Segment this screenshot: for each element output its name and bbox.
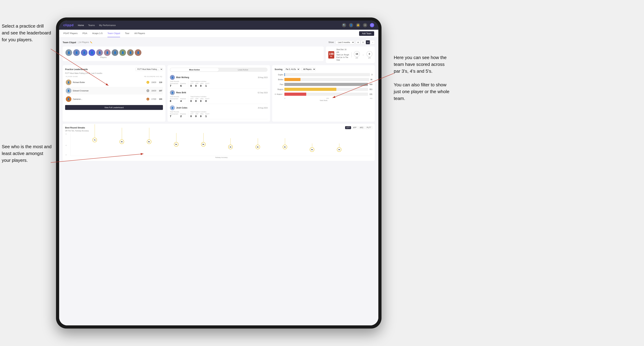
bar-value-bogeys: 311 xyxy=(370,88,372,90)
y-axis-mid: 4 xyxy=(66,145,66,146)
tournament-label-2: Tournament xyxy=(170,98,178,100)
y-axis-bot: 2 xyxy=(66,154,66,156)
scoring-bar-chart: Eagles 3 Birdies 96 xyxy=(274,73,372,96)
streak-dot-6x-1: 6x xyxy=(122,128,122,142)
bar-row-eagles: Eagles 3 xyxy=(274,73,372,76)
players-card: 👤 👤 👤 👤 👤 👤 👤 👤 👤 👤 xyxy=(63,46,324,61)
axis-400: 400 xyxy=(370,98,372,99)
scoring-card: Scoring Par 3, 4 & 5s All Players Eagles xyxy=(272,65,375,122)
detail-view-icon[interactable]: ⊟ xyxy=(366,40,370,44)
view-full-leaderboard-button[interactable]: View Full Leaderboard xyxy=(65,105,163,110)
shot-yds-label-1: yds xyxy=(356,57,358,59)
sort-icon[interactable]: ↕ xyxy=(371,40,375,44)
player-avatar-3[interactable]: 👤 xyxy=(81,49,88,56)
shot-divider xyxy=(352,52,352,57)
players-label: Players xyxy=(100,56,107,58)
chart-axis-title: Total Shots xyxy=(274,100,372,101)
streak-dot-4x-1: 4x xyxy=(230,138,231,147)
player-avatar-5[interactable]: 👤 xyxy=(96,49,103,56)
players-filter-select[interactable]: All Players xyxy=(301,68,316,71)
total-rounds-label-2: Total Rounds xyxy=(170,96,186,98)
player-avatar-1[interactable]: 👤 xyxy=(66,49,72,56)
lb-avatar-1: 👤 xyxy=(66,79,72,85)
search-icon[interactable]: 🔍 xyxy=(342,23,346,27)
shot-arrow: → xyxy=(362,53,364,56)
sub-nav: PGAT Players PGA Hcaps 1-5 Team Clippd T… xyxy=(59,30,378,37)
lb-avg-1: 110 xyxy=(159,81,162,83)
toggle-least-active[interactable]: Least Active xyxy=(219,68,267,71)
shot-circle-end: 0 xyxy=(366,51,372,57)
streaks-subtitle: Off The Tee, Fairway Accuracy xyxy=(65,130,372,132)
bar-row-pars: Pars 499 xyxy=(274,83,372,86)
add-team-button[interactable]: Add Team xyxy=(359,31,374,36)
activity-toggle-bar: Most Active Least Active xyxy=(170,68,268,72)
tournament-val-3: 7 xyxy=(170,115,178,118)
streak-filter-app[interactable]: APP xyxy=(352,126,358,129)
player-avatar-7[interactable]: 👤 xyxy=(112,49,118,56)
player-avatar-2[interactable]: 👤 xyxy=(73,49,80,56)
profile-icon[interactable]: U xyxy=(370,23,374,27)
bar-value-birdies: 96 xyxy=(370,79,372,81)
tournament-label-1: Tournament xyxy=(170,83,178,84)
subnav-tour[interactable]: Tour xyxy=(125,30,129,37)
arg-val-3: 0 xyxy=(200,115,204,118)
total-practice-label-2: Total Practice Activities xyxy=(190,96,268,98)
player-avatar-6[interactable]: 👤 xyxy=(104,49,110,56)
par-filter-select[interactable]: Par 3, 4 & 5s xyxy=(284,68,300,71)
shot-dist: Shot Dist: 16 yds xyxy=(336,48,349,53)
subnav-hcaps[interactable]: Hcaps 1-5 xyxy=(92,30,102,37)
lb-avg-3: 103 xyxy=(159,98,162,100)
app-val-1: 0 xyxy=(195,84,198,87)
bar-label-birdies: Birdies xyxy=(274,79,283,81)
lb-score-1: 19/20 xyxy=(152,81,156,83)
nav-link-teams[interactable]: Teams xyxy=(88,24,95,26)
team-count: | 14 Players xyxy=(78,41,89,43)
subnav-pga[interactable]: PGA xyxy=(82,30,87,37)
bar-row-bogeys: Bogeys 311 xyxy=(274,88,372,91)
nav-logo: clippd xyxy=(63,23,74,27)
drill-select[interactable]: PUTT Must Make Putting ... xyxy=(136,68,163,71)
subnav-pgat[interactable]: PGAT Players xyxy=(63,30,78,37)
leaderboard-row-1: 👤 Richard Butler 1 19/20 110 xyxy=(65,78,163,86)
player-avatar-10[interactable]: 👤 xyxy=(135,49,142,56)
player-avatar-4[interactable]: 👤 xyxy=(88,49,95,56)
grid-view-icon[interactable]: ⊞ xyxy=(356,40,360,44)
bell-icon[interactable]: 🔔 xyxy=(356,23,360,27)
show-select[interactable]: Last 3 months Last 6 months Last year xyxy=(336,40,354,44)
lb-name-1: Richard Butler xyxy=(73,81,145,83)
putt-val-3: 1 xyxy=(205,115,210,118)
subnav-team-clippd[interactable]: Team Clippd xyxy=(108,30,120,37)
tournament-label-3: Tournament xyxy=(170,113,178,115)
toggle-most-active[interactable]: Most Active xyxy=(170,68,219,71)
streak-dot-5x-1: 5x xyxy=(176,133,176,144)
people-icon[interactable]: 👤 xyxy=(349,23,353,27)
settings-icon[interactable]: ⚙ xyxy=(363,23,367,27)
ott-val-2: 0 xyxy=(190,100,194,102)
activity-player-1: 👤 Blair McHarg 26 Aug 2023 Total Rounds … xyxy=(170,74,268,89)
bar-label-bogeys: Bogeys xyxy=(274,88,283,90)
ott-val-3: 0 xyxy=(190,115,194,118)
shot-card: 198 SC Shot Dist: 16 yds Start Lie: Roug… xyxy=(326,46,375,63)
practice-val-2: 4 xyxy=(180,100,186,102)
streak-dot-3x-1: 3x xyxy=(312,144,312,150)
nav-link-performance[interactable]: My Performance xyxy=(99,24,116,26)
show-label: Show: xyxy=(328,41,334,43)
scoring-title: Scoring xyxy=(274,68,282,71)
lb-score-2: 18/20 xyxy=(152,90,156,92)
subnav-all-players[interactable]: All Players xyxy=(134,30,145,37)
streak-filter-arg[interactable]: ARG xyxy=(358,126,365,129)
practice-val-3: 2 xyxy=(180,115,186,118)
streak-filter-putt[interactable]: PUTT xyxy=(366,126,372,129)
app-val-3: 0 xyxy=(195,115,198,118)
player-avatar-9[interactable]: 👤 xyxy=(127,49,134,56)
team-header: Team Clippd | 14 Players ✏️ Show: Last 3… xyxy=(63,40,375,44)
streak-filter-ott[interactable]: OTT xyxy=(345,126,351,129)
shot-start-lie: Start Lie: Rough xyxy=(336,53,349,56)
nav-link-home[interactable]: Home xyxy=(78,24,84,26)
tournament-val-1: 7 xyxy=(170,84,178,87)
list-view-icon[interactable]: ☰ xyxy=(361,40,365,44)
edit-icon[interactable]: ✏️ xyxy=(90,41,92,43)
practice-val-1: 6 xyxy=(180,84,186,87)
practice-leaderboards-card: Practice Leaderboards PUTT Must Make Put… xyxy=(63,65,166,122)
player-avatar-8[interactable]: 👤 xyxy=(119,49,126,56)
